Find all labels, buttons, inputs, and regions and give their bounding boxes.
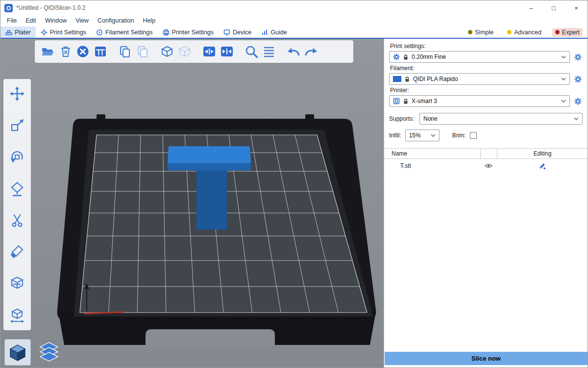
view-preview-button[interactable] <box>36 339 62 366</box>
printer-icon <box>393 98 400 105</box>
column-name: Name <box>384 150 480 157</box>
tab-bar: Plater Print Settings Filament Settings <box>0 26 588 39</box>
column-editing: Editing <box>497 149 588 158</box>
device-icon <box>223 29 230 36</box>
delete-all-button[interactable] <box>74 42 92 61</box>
filament-color-swatch <box>393 76 401 82</box>
main-area: Print settings: <box>0 39 588 368</box>
layers-icon <box>263 45 275 58</box>
plater-icon <box>5 29 12 36</box>
menu-view[interactable]: View <box>71 15 93 26</box>
mode-advanced[interactable]: Advanced <box>504 28 544 37</box>
simple-dot-icon <box>468 30 472 34</box>
filament-label: Filament: <box>390 65 583 72</box>
slice-now-button[interactable]: Slice now <box>385 352 588 365</box>
cube-view-icon <box>8 342 27 362</box>
undo-button[interactable] <box>285 42 302 61</box>
tab-printer-settings[interactable]: Printer Settings <box>158 26 219 38</box>
mode-simple[interactable]: Simple <box>465 28 496 37</box>
chevron-down-icon <box>431 134 436 137</box>
tab-device[interactable]: Device <box>219 26 256 38</box>
infill-combo[interactable]: 15% <box>405 130 440 141</box>
split-to-parts-button[interactable] <box>218 42 236 61</box>
filament-combo[interactable]: QIDI PLA Rapido <box>389 73 570 85</box>
delete-button[interactable] <box>56 42 74 61</box>
rotate-tool-button[interactable] <box>7 148 27 166</box>
cut-scissors-icon <box>9 212 25 228</box>
printer-combo[interactable]: X-smart 3 <box>389 95 570 107</box>
fuzzy-cube-icon <box>9 276 25 291</box>
app-window: *Untitled - QIDISlicer-1.0.2 – □ × File … <box>0 0 588 368</box>
measure-tool-button[interactable] <box>7 307 27 324</box>
remove-instance-button[interactable] <box>176 42 194 61</box>
filament-settings-icon <box>96 29 103 36</box>
tab-filament-settings[interactable]: Filament Settings <box>91 26 158 38</box>
measure-icon <box>9 308 25 323</box>
maximize-button[interactable]: □ <box>542 0 565 15</box>
supports-combo[interactable]: None <box>419 113 583 125</box>
redo-button[interactable] <box>302 42 320 61</box>
gizmo-toolbar <box>3 79 31 330</box>
paste-button[interactable] <box>134 42 151 61</box>
tab-plater[interactable]: Plater <box>0 26 36 38</box>
mode-label: Expert <box>562 29 580 36</box>
tab-guide[interactable]: Guide <box>256 26 292 38</box>
printer-label: Printer: <box>390 87 583 94</box>
brim-checkbox[interactable] <box>470 132 477 139</box>
undo-icon <box>287 45 300 58</box>
app-logo-icon <box>4 4 13 12</box>
print-settings-combo[interactable]: 0.20mm Fine <box>389 51 570 63</box>
infill-value: 15% <box>409 132 421 139</box>
menu-configuration[interactable]: Configuration <box>93 15 138 26</box>
object-row[interactable]: T.stl <box>384 159 588 173</box>
tab-label: Guide <box>270 29 287 36</box>
split-to-objects-button[interactable] <box>200 42 218 61</box>
add-instance-button[interactable] <box>158 42 176 61</box>
viewport-3d[interactable] <box>0 39 384 368</box>
object-list-header: Name Editing <box>384 148 588 159</box>
open-button[interactable] <box>39 42 56 61</box>
chevron-down-icon <box>561 55 566 58</box>
copy-icon <box>119 45 131 58</box>
variable-layer-height-button[interactable] <box>260 42 278 61</box>
view-switch <box>4 339 62 366</box>
menu-edit[interactable]: Edit <box>21 15 41 26</box>
cut-tool-button[interactable] <box>7 211 27 229</box>
scale-icon <box>9 118 25 133</box>
supports-label: Supports: <box>389 115 419 122</box>
tab-print-settings[interactable]: Print Settings <box>36 26 91 38</box>
gear-icon <box>574 76 582 83</box>
move-tool-button[interactable] <box>7 85 27 103</box>
mode-expert[interactable]: Expert <box>552 28 583 37</box>
scene-canvas[interactable] <box>0 39 384 368</box>
place-on-face-tool-button[interactable] <box>7 180 27 198</box>
scale-tool-button[interactable] <box>7 117 27 134</box>
minimize-button[interactable]: – <box>520 0 542 15</box>
infill-label: Infill: <box>389 132 401 139</box>
print-settings-value: 0.20mm Fine <box>412 53 446 60</box>
copy-button[interactable] <box>116 42 134 61</box>
place-on-face-icon <box>9 181 25 197</box>
plater-toolbar <box>35 40 353 63</box>
object-name: T.stl <box>384 162 480 169</box>
close-button[interactable]: × <box>565 0 588 15</box>
filament-gear-button[interactable] <box>573 74 583 84</box>
seam-tool-button[interactable] <box>7 275 27 292</box>
tab-label: Device <box>233 29 251 36</box>
eye-icon[interactable] <box>485 163 492 169</box>
printer-value: X-smart 3 <box>412 98 437 105</box>
edit-icon[interactable] <box>539 162 546 170</box>
printer-gear-button[interactable] <box>573 96 583 106</box>
menu-window[interactable]: Window <box>41 15 71 26</box>
gear-icon <box>393 53 400 60</box>
mode-label: Advanced <box>514 29 541 36</box>
arrange-button[interactable] <box>92 42 109 61</box>
paint-supports-tool-button[interactable] <box>7 243 27 261</box>
tab-label: Print Settings <box>50 29 86 36</box>
settings-sidebar: Print settings: <box>384 39 588 368</box>
search-button[interactable] <box>243 42 260 61</box>
menu-help[interactable]: Help <box>138 15 160 26</box>
view-3d-editor-button[interactable] <box>4 339 31 366</box>
print-settings-gear-button[interactable] <box>573 52 583 62</box>
menu-file[interactable]: File <box>2 15 21 26</box>
